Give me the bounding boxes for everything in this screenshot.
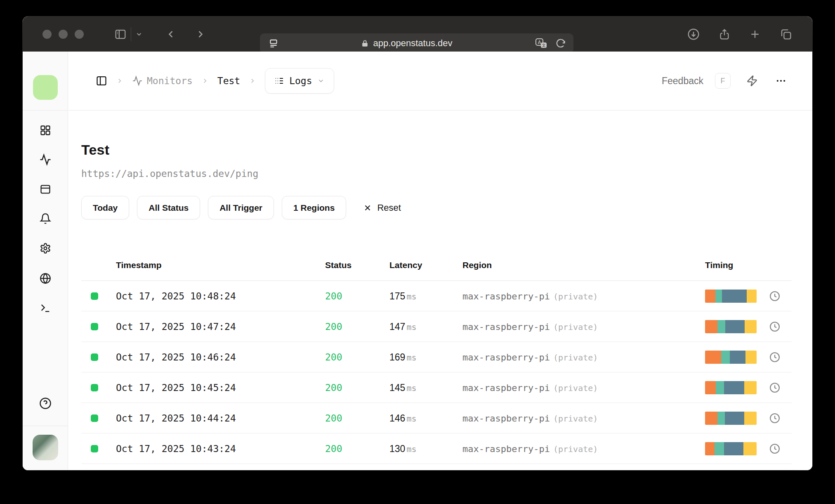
region-visibility-note: (private) [553,322,598,332]
timing-dns-segment [705,351,721,364]
log-row[interactable]: Oct 17, 2025 10:48:24200175msmax-raspber… [81,281,792,311]
log-row[interactable]: Oct 17, 2025 10:44:24200146msmax-raspber… [81,403,792,433]
timestamp-cell: Oct 17, 2025 10:46:24 [116,352,236,363]
region-cell: max-raspberry-pi(private) [462,413,598,423]
user-avatar[interactable] [33,435,58,460]
clock-icon[interactable] [769,443,781,455]
timing-bar[interactable] [705,442,757,455]
url-text[interactable]: app.openstatus.dev [373,38,452,49]
close-window-button[interactable] [42,30,52,39]
forward-button[interactable] [195,28,206,40]
clock-icon[interactable] [769,351,781,363]
activity-icon [132,75,143,86]
latency-value: 130 [389,443,405,454]
header-actions: Feedback F [662,73,787,89]
timing-connect-segment [721,351,730,364]
status-code-cell: 200 [325,352,342,363]
sidebar-item-status-pages[interactable] [40,184,51,195]
timing-ttfb-segment [722,290,747,303]
clock-icon[interactable] [769,412,781,424]
column-latency: Latency [389,260,422,270]
region-cell: max-raspberry-pi(private) [462,321,598,332]
log-row[interactable]: Oct 17, 2025 10:47:24200147msmax-raspber… [81,311,792,342]
timing-bar[interactable] [705,320,757,333]
timing-bar[interactable] [705,351,757,364]
sidebar-toggle-icon[interactable] [114,28,127,40]
translate-icon[interactable]: A文 [535,38,549,49]
region-visibility-note: (private) [553,383,598,393]
share-button[interactable] [718,28,731,41]
close-icon [363,203,372,212]
clock-icon[interactable] [769,321,781,332]
timing-connect-segment [717,320,725,333]
clock-icon[interactable] [769,382,781,393]
table-header-row: Timestamp Status Latency Region Timing [81,250,792,281]
timing-bar[interactable] [705,381,757,394]
reload-icon[interactable] [555,38,566,49]
timing-bar[interactable] [705,412,757,425]
log-row[interactable]: Oct 17, 2025 10:46:24200169msmax-raspber… [81,342,792,372]
sidebar-item-monitors[interactable] [39,153,52,166]
page-format-icon[interactable] [268,38,279,49]
breadcrumb-monitors[interactable]: Monitors [132,75,193,86]
latency-cell: 169ms [389,351,416,363]
timing-bar[interactable] [705,290,757,303]
logs-icon [274,76,284,86]
latency-value: 175 [389,290,405,301]
panel-toggle-icon[interactable] [96,75,107,87]
partial-row-sliver [81,464,792,470]
timing-ttfb-segment [730,351,745,364]
sidebar-item-global[interactable] [40,273,51,284]
timestamp-cell: Oct 17, 2025 10:48:24 [116,291,236,301]
sidebar-item-dashboard[interactable] [40,125,51,136]
more-options-button[interactable] [775,75,787,87]
status-code-cell: 200 [325,321,342,332]
tab-overview-button[interactable] [779,28,793,41]
minimize-window-button[interactable] [59,30,68,39]
sidebar-item-notifications[interactable] [40,213,51,224]
reset-filters-button[interactable]: Reset [363,203,401,213]
log-row[interactable]: Oct 17, 2025 10:43:24200130msmax-raspber… [81,433,792,464]
filter-status-button[interactable]: All Status [137,196,200,219]
sidebar-item-cli[interactable] [40,302,51,314]
timing-connect-segment [716,381,724,394]
timing-connect-segment [715,290,722,303]
logs-table: Timestamp Status Latency Region Timing O… [81,250,792,470]
chevron-right-icon [116,77,123,85]
help-button[interactable] [39,397,52,410]
region-cell: max-raspberry-pi(private) [462,291,598,301]
breadcrumb-monitor-name[interactable]: Test [217,75,240,86]
zoom-window-button[interactable] [75,30,84,39]
sidebar-item-settings[interactable] [40,243,51,254]
region-visibility-note: (private) [553,413,598,423]
sidebar-chevron-down-icon[interactable] [135,31,143,38]
filter-trigger-button[interactable]: All Trigger [208,196,274,219]
latency-unit: ms [406,444,416,454]
filter-regions-button[interactable]: 1 Regions [282,196,346,219]
timing-dns-segment [705,412,717,425]
browser-window: app.openstatus.dev A文 [23,16,812,470]
column-timestamp: Timestamp [116,260,162,270]
back-button[interactable] [165,28,177,40]
address-bar[interactable]: app.openstatus.dev A文 [260,33,573,53]
timing-ttfb-segment [724,442,743,455]
status-ok-indicator [91,384,98,391]
timing-dns-segment [705,442,715,455]
downloads-button[interactable] [687,28,700,41]
latency-cell: 146ms [389,412,416,424]
chevron-down-icon [317,77,325,85]
feedback-button[interactable]: Feedback [662,75,703,87]
log-row[interactable]: Oct 17, 2025 10:45:24200145msmax-raspber… [81,372,792,403]
region-name: max-raspberry-pi [462,443,550,454]
timing-dns-segment [705,320,717,333]
latency-cell: 130ms [389,443,416,454]
new-tab-button[interactable] [749,28,761,40]
clock-icon[interactable] [769,290,781,302]
workspace-logo[interactable] [33,75,58,100]
region-cell: max-raspberry-pi(private) [462,382,598,393]
timing-ttfb-segment [725,412,745,425]
view-selector-logs[interactable]: Logs [265,68,334,94]
command-zap-button[interactable] [746,75,758,87]
latency-cell: 175ms [389,290,416,301]
filter-date-button[interactable]: Today [81,196,129,219]
